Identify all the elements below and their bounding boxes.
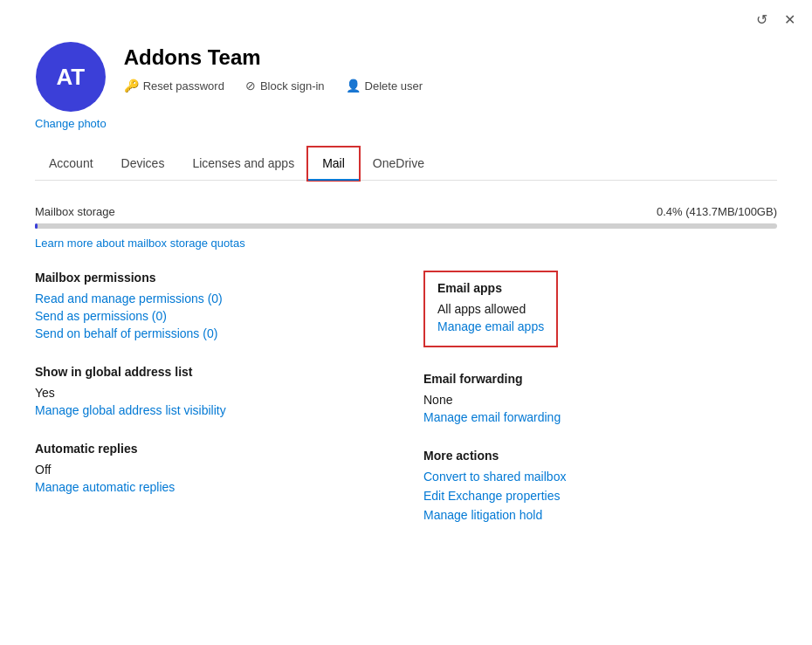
- global-address-list-title: Show in global address list: [35, 365, 389, 379]
- more-actions-section: More actions Convert to shared mailbox E…: [423, 449, 777, 522]
- user-name: Addons Team: [124, 45, 777, 70]
- manage-automatic-replies-link[interactable]: Manage automatic replies: [35, 480, 389, 494]
- send-as-permissions-link[interactable]: Send as permissions (0): [35, 309, 389, 323]
- edit-exchange-properties-link[interactable]: Edit Exchange properties: [423, 489, 777, 503]
- manage-global-address-list-link[interactable]: Manage global address list visibility: [35, 403, 389, 417]
- delete-user-button[interactable]: 👤 Delete user: [346, 79, 423, 93]
- close-button[interactable]: ✕: [781, 10, 798, 28]
- right-column: Email apps All apps allowed Manage email…: [423, 271, 777, 546]
- storage-value: 0.4% (413.7MB/100GB): [657, 205, 777, 218]
- tab-mail-wrapper: Mail: [308, 148, 359, 180]
- manage-litigation-hold-link[interactable]: Manage litigation hold: [423, 508, 777, 522]
- manage-email-apps-link[interactable]: Manage email apps: [437, 319, 544, 333]
- left-column: Mailbox permissions Read and manage perm…: [35, 271, 389, 546]
- mailbox-permissions-title: Mailbox permissions: [35, 271, 389, 285]
- title-bar: ↺ ✕: [0, 0, 812, 28]
- tab-onedrive[interactable]: OneDrive: [359, 148, 438, 181]
- block-signin-button[interactable]: ⊘ Block sign-in: [245, 79, 325, 93]
- email-forwarding-value: None: [423, 393, 777, 407]
- window: ↺ ✕ AT Change photo Addons Team 🔑 Reset …: [0, 0, 812, 645]
- read-manage-permissions-link[interactable]: Read and manage permissions (0): [35, 292, 389, 305]
- main-content: AT Change photo Addons Team 🔑 Reset pass…: [0, 28, 812, 581]
- reset-password-label: Reset password: [143, 79, 224, 93]
- convert-to-shared-mailbox-link[interactable]: Convert to shared mailbox: [423, 470, 777, 484]
- block-icon: ⊘: [245, 79, 256, 93]
- mailbox-storage-section: Mailbox storage 0.4% (413.7MB/100GB) Lea…: [35, 205, 777, 250]
- automatic-replies-title: Automatic replies: [35, 442, 389, 456]
- mailbox-permissions-section: Mailbox permissions Read and manage perm…: [35, 271, 389, 340]
- email-apps-status: All apps allowed: [437, 302, 544, 316]
- email-apps-box: Email apps All apps allowed Manage email…: [423, 271, 558, 347]
- email-apps-title: Email apps: [437, 281, 544, 295]
- manage-email-forwarding-link[interactable]: Manage email forwarding: [423, 410, 777, 424]
- tab-account[interactable]: Account: [35, 148, 107, 181]
- email-forwarding-title: Email forwarding: [423, 372, 777, 386]
- person-icon: 👤: [346, 79, 361, 93]
- avatar-section: AT Change photo: [35, 42, 107, 130]
- learn-more-storage-link[interactable]: Learn more about mailbox storage quotas: [35, 237, 245, 250]
- avatar: AT: [36, 42, 106, 112]
- email-forwarding-section: Email forwarding None Manage email forwa…: [423, 372, 777, 424]
- storage-progress-bg: [35, 223, 777, 229]
- change-photo-link[interactable]: Change photo: [35, 117, 107, 130]
- block-signin-label: Block sign-in: [260, 79, 325, 93]
- tab-licenses-apps[interactable]: Licenses and apps: [178, 148, 308, 181]
- automatic-replies-section: Automatic replies Off Manage automatic r…: [35, 442, 389, 494]
- global-address-list-section: Show in global address list Yes Manage g…: [35, 365, 389, 417]
- storage-header: Mailbox storage 0.4% (413.7MB/100GB): [35, 205, 777, 218]
- tab-mail[interactable]: Mail: [308, 148, 359, 181]
- more-actions-title: More actions: [423, 449, 777, 463]
- two-col-layout: Mailbox permissions Read and manage perm…: [35, 271, 777, 546]
- user-actions: 🔑 Reset password ⊘ Block sign-in 👤 Delet…: [124, 79, 777, 93]
- global-address-list-value: Yes: [35, 386, 389, 400]
- reset-password-button[interactable]: 🔑 Reset password: [124, 79, 224, 93]
- storage-label: Mailbox storage: [35, 205, 115, 218]
- key-icon: 🔑: [124, 79, 139, 93]
- automatic-replies-value: Off: [35, 463, 389, 477]
- delete-user-label: Delete user: [365, 79, 423, 93]
- send-on-behalf-permissions-link[interactable]: Send on behalf of permissions (0): [35, 326, 389, 340]
- user-info: Addons Team 🔑 Reset password ⊘ Block sig…: [124, 42, 777, 93]
- storage-progress-fill: [35, 223, 38, 229]
- tabs: Account Devices Licenses and apps Mail O…: [35, 148, 777, 181]
- tab-devices[interactable]: Devices: [107, 148, 179, 181]
- email-apps-section: Email apps All apps allowed Manage email…: [423, 271, 777, 347]
- user-header: AT Change photo Addons Team 🔑 Reset pass…: [35, 42, 777, 130]
- refresh-button[interactable]: ↺: [753, 10, 770, 28]
